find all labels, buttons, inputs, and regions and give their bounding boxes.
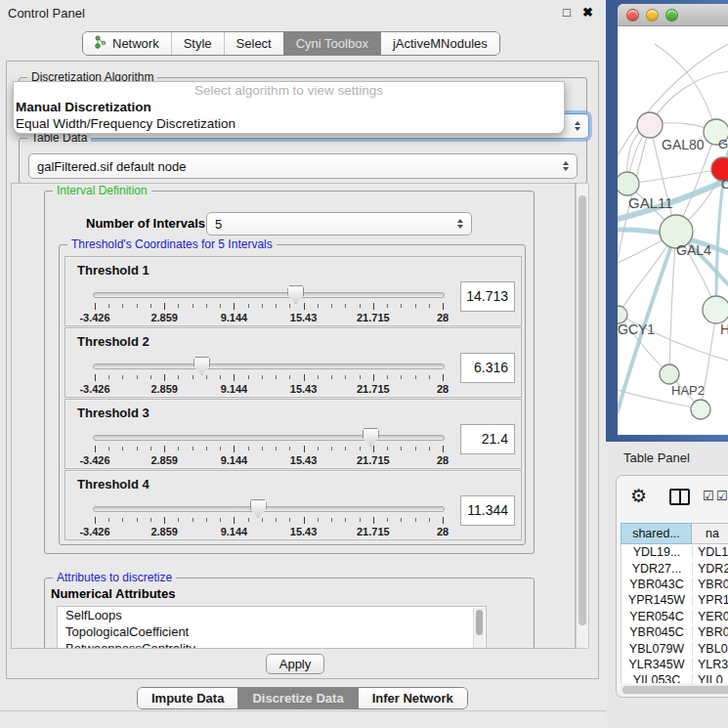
number-of-intervals-value: 5 <box>215 217 222 232</box>
network-canvas[interactable]: GAL80GACGAL11GAL4GCY1HHAP2 <box>618 26 728 435</box>
table-cell: YER054C <box>621 610 693 623</box>
panel-vertical-scrollbar[interactable] <box>576 183 589 649</box>
tick-label: 28 <box>437 383 449 395</box>
table-row[interactable]: YDR27...YDR2 <box>621 560 728 576</box>
table-panel: Table Panel ⚙ ☑ ☑ shared...na YDL19...YD… <box>606 442 728 728</box>
list-item[interactable]: SelfLoops <box>58 607 486 623</box>
list-item[interactable]: BetweennessCentrality <box>58 640 486 649</box>
tick-label: 2.859 <box>150 312 178 323</box>
close-icon[interactable]: ✖ <box>582 5 593 20</box>
table-data-groupbox: Table Data galFiltered.sif default node <box>19 138 587 184</box>
number-of-intervals-combobox[interactable]: 5 <box>206 212 472 236</box>
network-edge[interactable] <box>650 71 728 125</box>
table-row[interactable]: YPR145WYPR1 <box>621 592 728 608</box>
node-table: shared...na YDL19...YDL1YDR27...YDR2YBR0… <box>621 523 728 683</box>
network-view-window: GAL80GACGAL11GAL4GCY1HHAP2 <box>606 0 728 442</box>
slider-thumb[interactable] <box>287 285 304 304</box>
network-edge[interactable] <box>627 169 723 184</box>
table-row[interactable]: YLR345WYLR3 <box>621 657 728 672</box>
table-row[interactable]: YIL053CYIL0 <box>621 672 728 683</box>
zoom-traffic-light[interactable] <box>665 9 678 21</box>
table-row[interactable]: YBR043CYBR0 <box>621 577 728 592</box>
network-window-titlebar[interactable] <box>618 4 728 26</box>
slider-thumb[interactable] <box>193 357 210 375</box>
threshold-row: Threshold 1-3.4262.8599.14415.4321.71528… <box>64 256 522 326</box>
table-cell: YLR345W <box>621 658 693 671</box>
tab-infer-network[interactable]: Infer Network <box>358 688 467 708</box>
table-rows: YDL19...YDL1YDR27...YDR2YBR043CYBR0YPR14… <box>621 544 728 683</box>
network-node[interactable] <box>637 112 663 138</box>
numerical-attributes-label: Numerical Attributes <box>51 586 175 601</box>
tab-select[interactable]: Select <box>224 32 283 55</box>
tick-label: 21.715 <box>357 526 390 537</box>
table-cell: YBR043C <box>621 578 693 591</box>
gear-icon[interactable]: ⚙ <box>630 485 647 507</box>
attributes-list-scrollbar[interactable] <box>473 608 485 649</box>
table-row[interactable]: YBL079WYBL0 <box>621 640 728 656</box>
threshold-label: Threshold 1 <box>77 263 150 278</box>
checkbox-icon[interactable]: ☑ <box>703 489 714 503</box>
node-label: GCY1 <box>618 321 655 337</box>
slider-tick-labels: -3.4262.8599.14415.4321.71528 <box>95 454 443 466</box>
tab-label: Discretize Data <box>252 691 343 706</box>
table-horizontal-scrollbar[interactable] <box>621 685 728 695</box>
threshold-value-field[interactable]: 14.713 <box>460 281 515 312</box>
table-toolbar: ⚙ ☑ ☑ <box>617 476 728 519</box>
column-header[interactable]: na <box>692 523 728 544</box>
network-node[interactable] <box>691 400 710 419</box>
tab-label: Select <box>236 36 272 51</box>
slider-tick-labels: -3.4262.8599.14415.4321.71528 <box>95 526 443 537</box>
combo-stepper-icon <box>457 219 463 229</box>
network-icon <box>95 35 107 52</box>
list-item[interactable]: TopologicalCoefficient <box>58 623 486 640</box>
tab-label: Network <box>112 36 159 51</box>
table-data-combobox[interactable]: galFiltered.sif default node <box>28 153 578 179</box>
slider-thumb[interactable] <box>363 428 379 447</box>
checkbox-icon[interactable]: ☑ <box>716 489 728 503</box>
dropdown-item-equal-width-frequency[interactable]: Equal Width/Frequency Discretization <box>14 115 564 132</box>
slider-ticks <box>95 517 443 525</box>
numerical-attributes-list[interactable]: SelfLoopsTopologicalCoefficientBetweenne… <box>57 606 487 649</box>
table-cell: YLR3 <box>693 658 728 671</box>
node-label: HAP2 <box>671 383 705 398</box>
table-row[interactable]: YBR045CYBR0 <box>621 624 728 640</box>
dropdown-item-manual-discretization[interactable]: Manual Discretization <box>14 99 564 115</box>
tab-style[interactable]: Style <box>171 32 224 55</box>
tick-label: 9.144 <box>221 383 248 395</box>
slider-tick-labels: -3.4262.8599.14415.4321.71528 <box>95 312 443 323</box>
combo-stepper-icon <box>563 161 569 171</box>
tab-network[interactable]: Network <box>83 32 171 55</box>
close-traffic-light[interactable] <box>626 9 639 21</box>
slider-track[interactable] <box>93 292 445 298</box>
threshold-value-field[interactable]: 21.4 <box>460 424 515 454</box>
threshold-value-field[interactable]: 6.316 <box>460 353 515 383</box>
slider-thumb[interactable] <box>250 499 267 518</box>
tick-label: 28 <box>437 454 449 466</box>
slider-track[interactable] <box>93 435 445 441</box>
table-cell: YER0 <box>693 610 728 623</box>
tick-label: 9.144 <box>221 454 248 466</box>
network-node[interactable] <box>660 364 679 384</box>
float-window-icon[interactable]: □ <box>563 5 571 20</box>
network-node[interactable] <box>618 172 639 195</box>
control-panel-titlebar: Control Panel □ ✖ <box>0 0 606 25</box>
table-row[interactable]: YER054CYER0 <box>621 609 728 624</box>
threshold-value-field[interactable]: 11.344 <box>460 495 515 526</box>
tab-impute-data[interactable]: Impute Data <box>138 688 237 708</box>
column-header[interactable]: shared... <box>621 523 692 544</box>
tab-discretize-data[interactable]: Discretize Data <box>237 688 357 708</box>
tab-cyni-toolbox[interactable]: Cyni Toolbox <box>283 32 380 55</box>
split-columns-icon[interactable] <box>669 489 690 505</box>
apply-button[interactable]: Apply <box>266 654 324 674</box>
table-row[interactable]: YDL19...YDL1 <box>621 544 728 560</box>
panel-title: Control Panel <box>8 6 85 21</box>
tick-label: 2.859 <box>150 383 178 395</box>
threshold-row: Threshold 2-3.4262.8599.14415.4321.71528… <box>64 327 522 398</box>
slider-track[interactable] <box>93 506 445 512</box>
table-cell: YBR0 <box>693 578 728 591</box>
slider-track[interactable] <box>93 364 445 369</box>
tab-label: Infer Network <box>372 691 453 706</box>
minimize-traffic-light[interactable] <box>646 9 659 21</box>
network-node[interactable] <box>703 296 728 323</box>
tab-jactivemnodules[interactable]: jActiveMNodules <box>380 32 499 55</box>
